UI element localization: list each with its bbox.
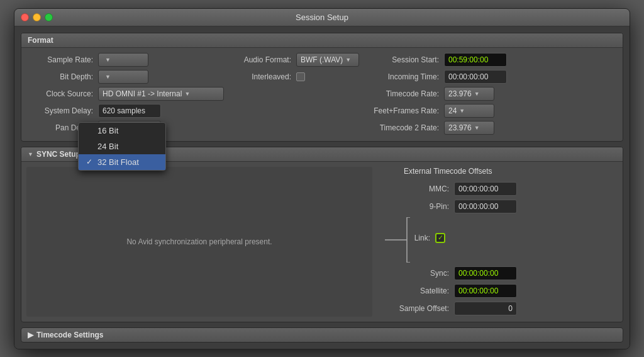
feet-frames-dropdown[interactable]: 24 ▼ bbox=[444, 104, 494, 118]
mmc-input[interactable]: 00:00:00:00 bbox=[454, 182, 517, 196]
window-controls bbox=[21, 13, 53, 21]
timecode-collapse-arrow: ▶ bbox=[28, 331, 33, 339]
content-area: Format 16 Bit 24 Bit ✓ 32 Bit Float bbox=[14, 26, 630, 349]
sample-offset-value: 0 bbox=[508, 304, 513, 313]
minimize-button[interactable] bbox=[33, 13, 41, 21]
sync-section: ▼ SYNC Setup & Timecode Offsets No Avid … bbox=[21, 147, 623, 322]
bit-depth-label: Bit Depth: bbox=[29, 72, 98, 81]
sync-value: 00:00:00:00 bbox=[458, 269, 498, 278]
audio-format-dropdown[interactable]: BWF (.WAV) ▼ bbox=[296, 53, 359, 67]
sample-offset-input[interactable]: 0 bbox=[454, 302, 517, 315]
pin9-input[interactable]: 00:00:00:00 bbox=[454, 200, 517, 213]
link-bracket-svg bbox=[379, 217, 410, 263]
format-section: Format 16 Bit 24 Bit ✓ 32 Bit Float bbox=[21, 33, 623, 142]
24bit-label: 24 Bit bbox=[97, 142, 118, 151]
sync-label: Sync: bbox=[410, 269, 454, 278]
sync-collapse-arrow: ▼ bbox=[28, 151, 33, 157]
timecode-rate-dropdown[interactable]: 23.976 ▼ bbox=[444, 87, 494, 101]
no-peripheral-message: No Avid synchronization peripheral prese… bbox=[126, 237, 272, 246]
16bit-check bbox=[86, 126, 94, 135]
satellite-label: Satellite: bbox=[410, 286, 454, 295]
timecode2-rate-dropdown[interactable]: 23.976 ▼ bbox=[444, 121, 494, 135]
mmc-value: 00:00:00:00 bbox=[458, 184, 498, 193]
interleaved-label: Interleaved: bbox=[236, 72, 296, 81]
bit-depth-dropdown-menu: 16 Bit 24 Bit ✓ 32 Bit Float bbox=[78, 122, 166, 171]
16bit-label: 16 Bit bbox=[97, 126, 118, 135]
timecode2-rate-value: 23.976 bbox=[448, 123, 472, 132]
format-section-header: Format bbox=[21, 33, 623, 48]
session-start-label: Session Start: bbox=[362, 55, 444, 64]
24bit-check bbox=[86, 142, 94, 150]
bit-depth-16bit-option[interactable]: 16 Bit bbox=[79, 123, 165, 139]
satellite-value: 00:00:00:00 bbox=[458, 286, 498, 295]
window-title: Session Setup bbox=[296, 13, 348, 22]
sample-offset-label: Sample Offset: bbox=[379, 304, 454, 313]
bit-depth-dropdown[interactable]: ▼ bbox=[98, 70, 148, 84]
link-label: Link: bbox=[410, 234, 435, 242]
32bit-label: 32 Bit Float bbox=[97, 157, 139, 167]
sync-input[interactable]: 00:00:00:00 bbox=[454, 266, 517, 280]
sync-section-body: No Avid synchronization peripheral prese… bbox=[21, 162, 623, 322]
ext-tc-panel: External Timecode Offsets MMC: 00:00:00:… bbox=[379, 167, 618, 317]
bit-depth-arrow: ▼ bbox=[105, 74, 111, 80]
timecode-rate-label: Timecode Rate: bbox=[362, 89, 444, 98]
audio-format-value: BWF (.WAV) bbox=[301, 55, 343, 64]
sample-rate-label: Sample Rate: bbox=[29, 55, 98, 64]
link-checkbox[interactable]: ✓ bbox=[435, 233, 445, 243]
clock-source-dropdown[interactable]: HD OMNI #1 -> Internal ▼ bbox=[98, 87, 224, 101]
incoming-time-input[interactable]: 00:00:00:00 bbox=[444, 70, 507, 84]
main-window: Session Setup Format 16 Bit 24 Bit bbox=[14, 8, 630, 349]
system-delay-label: System Delay: bbox=[29, 106, 98, 115]
close-button[interactable] bbox=[21, 13, 29, 21]
maximize-button[interactable] bbox=[45, 13, 53, 21]
session-start-value: 00:59:00:00 bbox=[448, 55, 488, 64]
ext-tc-header: External Timecode Offsets bbox=[379, 167, 618, 176]
timecode-section: ▶ Timecode Settings bbox=[21, 327, 623, 343]
clock-source-arrow: ▼ bbox=[184, 91, 190, 97]
format-section-body: 16 Bit 24 Bit ✓ 32 Bit Float Sample Rate… bbox=[21, 48, 623, 141]
sample-rate-dropdown[interactable]: ▼ bbox=[98, 53, 148, 67]
feet-frames-arrow: ▼ bbox=[459, 108, 465, 114]
audio-format-arrow: ▼ bbox=[345, 57, 351, 63]
timecode-rate-value: 23.976 bbox=[448, 89, 472, 98]
clock-source-label: Clock Source: bbox=[29, 89, 98, 98]
incoming-time-value: 00:00:00:00 bbox=[448, 72, 488, 81]
bit-depth-24bit-option[interactable]: 24 Bit bbox=[79, 139, 165, 154]
timecode-rate-arrow: ▼ bbox=[474, 91, 480, 97]
pin9-value: 00:00:00:00 bbox=[458, 202, 498, 211]
incoming-time-label: Incoming Time: bbox=[362, 72, 444, 81]
timecode-header-label: Timecode Settings bbox=[36, 331, 103, 339]
audio-format-label: Audio Format: bbox=[236, 55, 296, 64]
interleaved-checkbox[interactable] bbox=[296, 72, 305, 81]
no-peripheral-panel: No Avid synchronization peripheral prese… bbox=[26, 167, 372, 317]
titlebar: Session Setup bbox=[14, 9, 630, 26]
timecode-section-header[interactable]: ▶ Timecode Settings bbox=[21, 328, 623, 342]
system-delay-value: 620 samples bbox=[103, 106, 145, 115]
format-header-label: Format bbox=[28, 36, 53, 45]
bit-depth-32bit-option[interactable]: ✓ 32 Bit Float bbox=[79, 154, 165, 170]
32bit-check: ✓ bbox=[86, 157, 94, 166]
system-delay-input[interactable]: 620 samples bbox=[98, 104, 161, 118]
satellite-input[interactable]: 00:00:00:00 bbox=[454, 284, 517, 298]
session-start-input[interactable]: 00:59:00:00 bbox=[444, 53, 507, 67]
timecode2-rate-label: Timecode 2 Rate: bbox=[362, 123, 444, 132]
sample-rate-arrow: ▼ bbox=[105, 57, 111, 63]
mmc-label: MMC: bbox=[410, 184, 454, 193]
feet-frames-value: 24 bbox=[448, 106, 457, 115]
timecode2-rate-arrow: ▼ bbox=[474, 125, 480, 131]
clock-source-value: HD OMNI #1 -> Internal bbox=[103, 89, 182, 98]
pin9-label: 9-Pin: bbox=[410, 202, 454, 211]
feet-frames-label: Feet+Frames Rate: bbox=[362, 106, 444, 115]
